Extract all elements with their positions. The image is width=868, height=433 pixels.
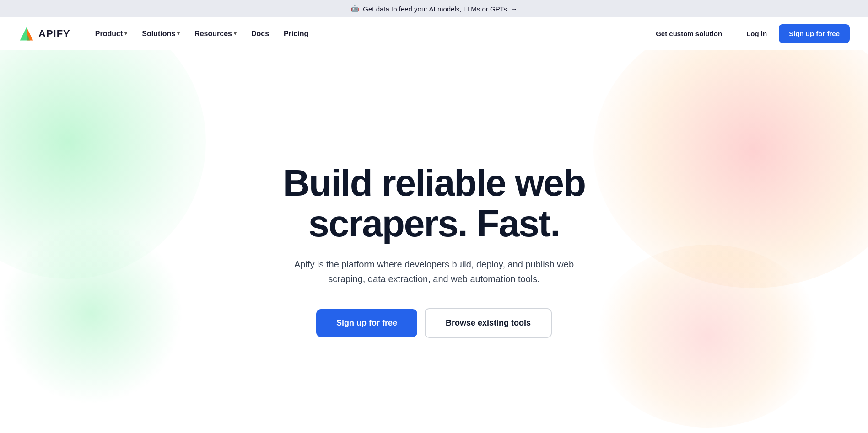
signup-nav-button[interactable]: Sign up for free [779, 24, 850, 43]
hero-subtitle: Apify is the platform where developers b… [279, 257, 590, 286]
nav-divider [734, 27, 734, 41]
announcement-icon: 🤖 [350, 5, 359, 13]
nav-docs-label: Docs [251, 30, 269, 38]
nav-resources-label: Resources [194, 30, 232, 38]
hero-title: Build reliable web scrapers. Fast. [279, 163, 590, 244]
nav-solutions-label: Solutions [142, 30, 175, 38]
custom-solution-button[interactable]: Get custom solution [649, 26, 728, 41]
hero-buttons: Sign up for free Browse existing tools [279, 308, 590, 338]
hero-blob-left [0, 222, 183, 405]
nav-product-chevron: ▾ [124, 31, 127, 37]
nav-item-pricing[interactable]: Pricing [277, 26, 315, 42]
hero-signup-button[interactable]: Sign up for free [316, 309, 417, 337]
hero-section: Build reliable web scrapers. Fast. Apify… [0, 50, 868, 433]
announcement-arrow: → [511, 5, 518, 13]
nav: Product ▾ Solutions ▾ Resources ▾ Docs P… [89, 26, 649, 42]
hero-blob-right [593, 245, 822, 428]
hero-title-line1: Build reliable web [283, 162, 585, 203]
header: APIFY Product ▾ Solutions ▾ Resources ▾ … [0, 17, 868, 50]
svg-marker-0 [20, 27, 27, 40]
hero-content: Build reliable web scrapers. Fast. Apify… [279, 163, 590, 337]
nav-item-docs[interactable]: Docs [245, 26, 275, 42]
login-button[interactable]: Log in [740, 26, 773, 41]
announcement-text: Get data to feed your AI models, LLMs or… [363, 5, 507, 13]
logo-text: APIFY [38, 28, 70, 40]
nav-item-resources[interactable]: Resources ▾ [188, 26, 243, 42]
nav-product-label: Product [95, 30, 123, 38]
nav-item-product[interactable]: Product ▾ [89, 26, 134, 42]
nav-actions: Get custom solution Log in Sign up for f… [649, 24, 850, 43]
announcement-bar[interactable]: 🤖 Get data to feed your AI models, LLMs … [0, 0, 868, 17]
nav-solutions-chevron: ▾ [177, 31, 180, 37]
logo[interactable]: APIFY [18, 26, 70, 42]
nav-resources-chevron: ▾ [234, 31, 237, 37]
hero-title-line2: scrapers. Fast. [308, 203, 560, 244]
hero-browse-button[interactable]: Browse existing tools [425, 308, 552, 338]
nav-pricing-label: Pricing [284, 30, 308, 38]
logo-icon [18, 26, 35, 42]
nav-item-solutions[interactable]: Solutions ▾ [135, 26, 186, 42]
